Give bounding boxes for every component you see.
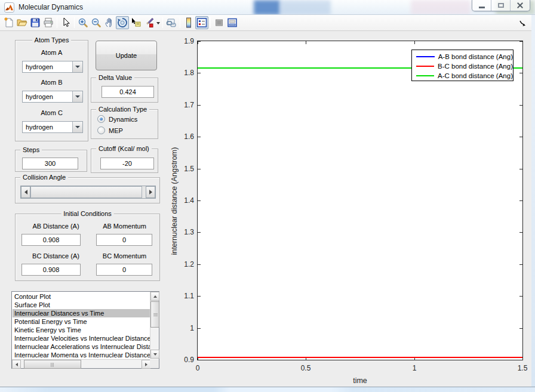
panel-title: Initial Conditions (61, 210, 114, 217)
hide-plot-tools-button[interactable] (213, 16, 226, 29)
list-item[interactable]: Contour Plot (13, 292, 150, 301)
tick-mark (519, 328, 522, 329)
listbox-items: Contour PlotSurface PlotInternuclear Dis… (13, 292, 150, 359)
slider-right-arrow[interactable] (146, 186, 155, 198)
cutoff-field[interactable] (100, 158, 154, 169)
chevron-down-icon[interactable] (72, 122, 82, 132)
zoom-in-button[interactable] (76, 16, 90, 29)
tick-mark (519, 360, 522, 360)
radio-dynamics-label: Dynamics (109, 116, 137, 123)
scroll-up-button[interactable] (150, 292, 159, 301)
vertical-scrollbar[interactable] (150, 292, 159, 359)
link-plot-button[interactable] (165, 16, 178, 29)
tick-mark (306, 41, 306, 44)
list-item[interactable]: Potential Energy vs Time (13, 317, 150, 326)
tick-mark (198, 200, 201, 201)
list-item[interactable]: Surface Plot (13, 301, 150, 309)
delta-value-field[interactable] (102, 86, 154, 98)
y-tick-label: 1.1 (168, 292, 194, 300)
list-item[interactable]: Internuclear Momenta vs Internuclear Dis… (13, 351, 150, 359)
toolbar-separator (57, 17, 57, 28)
radio-mep[interactable]: MEP (97, 126, 123, 134)
zoom-out-button[interactable] (90, 16, 103, 29)
print-button[interactable] (42, 16, 55, 29)
slider-left-arrow[interactable] (21, 186, 30, 198)
ab-momentum-field[interactable] (96, 234, 152, 246)
steps-panel: Steps (15, 150, 87, 172)
tick-mark (198, 41, 198, 44)
panel-title: Delta Value (96, 74, 134, 81)
horizontal-scrollbar[interactable] (12, 359, 150, 368)
bc-distance-field[interactable] (21, 264, 81, 276)
atom-a-value: hydrogen (26, 63, 53, 70)
brush-button[interactable] (142, 16, 155, 29)
x-tick-label: 0 (185, 364, 211, 372)
print-icon (42, 17, 54, 29)
pan-button[interactable] (103, 16, 116, 29)
data-cursor-icon (130, 17, 142, 29)
pointer-button[interactable] (59, 16, 72, 29)
brush-dropdown-button[interactable] (155, 16, 161, 29)
scroll-right-button[interactable] (142, 360, 150, 369)
y-tick-label: 1.9 (168, 37, 194, 45)
tick-mark (198, 232, 201, 233)
list-item[interactable]: Internuclear Velocities vs Internuclear … (13, 334, 150, 342)
open-file-button[interactable] (16, 16, 29, 29)
close-button[interactable] (511, 0, 530, 11)
chevron-down-icon[interactable] (72, 61, 82, 72)
new-file-button[interactable] (2, 16, 16, 29)
radio-icon (97, 126, 105, 134)
rotate-3d-icon (116, 17, 128, 29)
list-item[interactable]: Kinetic Energy vs Time (13, 326, 150, 334)
atom-b-dropdown[interactable]: hydrogen (22, 91, 83, 103)
bc-momentum-label: BC Momentum (93, 252, 156, 260)
show-plot-tools-button[interactable] (226, 16, 239, 29)
y-tick-label: 1.2 (168, 260, 194, 268)
collision-angle-slider[interactable] (20, 186, 156, 199)
pan-hand-icon (103, 17, 115, 29)
chevron-down-icon[interactable] (72, 91, 82, 102)
legend-label: B-C bond distance (Ang) (438, 63, 513, 70)
data-cursor-button[interactable] (129, 16, 142, 29)
plot-type-listbox[interactable]: Contour PlotSurface PlotInternuclear Dis… (11, 291, 159, 369)
y-tick-label: 1 (168, 324, 194, 332)
list-item[interactable]: Internuclear Distances vs Time (13, 309, 150, 317)
atom-c-dropdown[interactable]: hydrogen (22, 121, 83, 133)
atom-a-dropdown[interactable]: hydrogen (22, 61, 83, 73)
tick-mark (519, 169, 522, 169)
maximize-icon (498, 3, 504, 8)
plot-area: internuclear distance (Angstrom) time 0.… (197, 41, 523, 360)
legend-entry: A-B bond distance (Ang) (412, 52, 513, 61)
insert-colorbar-button[interactable] (182, 16, 195, 29)
window-controls (472, 0, 530, 11)
glass-blob (280, 0, 331, 15)
titlebar[interactable]: Molecular Dynamics (0, 0, 535, 15)
minimize-button[interactable] (472, 0, 491, 11)
update-button[interactable]: Update (96, 41, 157, 70)
scroll-down-button[interactable] (150, 350, 159, 359)
steps-field[interactable] (22, 158, 78, 169)
plot-legend[interactable]: A-B bond distance (Ang)B-C bond distance… (411, 50, 514, 81)
desktop-background-strip (0, 387, 535, 392)
horizontal-scroll-thumb[interactable] (24, 360, 81, 369)
ab-distance-field[interactable] (21, 234, 81, 246)
vertical-scroll-thumb[interactable] (150, 301, 159, 328)
dock-figure-button[interactable] (519, 19, 527, 30)
thumb-grip (51, 363, 51, 367)
tick-mark (198, 73, 201, 73)
maximize-button[interactable] (491, 0, 511, 11)
insert-legend-button[interactable] (195, 16, 208, 29)
slider-thumb[interactable] (30, 186, 142, 198)
tick-mark (519, 296, 522, 297)
radio-dynamics[interactable]: Dynamics (97, 115, 137, 123)
save-button[interactable] (29, 16, 42, 29)
scroll-left-button[interactable] (12, 360, 21, 369)
bc-momentum-field[interactable] (96, 264, 152, 276)
toolbar-separator (74, 17, 75, 28)
rotate-3d-button[interactable] (116, 16, 129, 29)
legend-label: A-C bond distance (Ang) (438, 72, 513, 79)
ab-distance-label: AB Distance (A) (21, 223, 90, 230)
radio-mep-label: MEP (109, 127, 123, 134)
list-item[interactable]: Internuclear Accelerations vs Internucle… (13, 342, 150, 351)
tick-mark (519, 232, 522, 233)
